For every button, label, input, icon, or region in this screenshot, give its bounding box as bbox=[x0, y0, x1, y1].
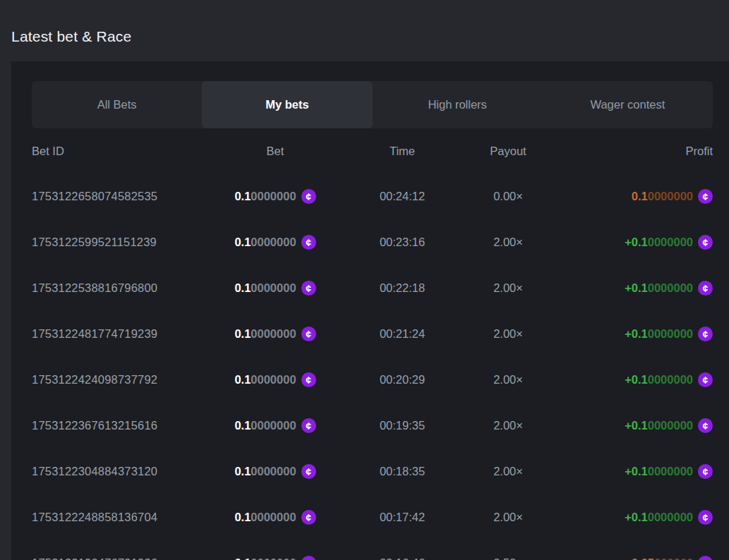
profit-significant: +0.1 bbox=[625, 236, 648, 248]
header-payout: Payout bbox=[483, 145, 533, 158]
profit-trailing-zeros: 0000000 bbox=[648, 327, 693, 340]
profit-value: +0.10000000 bbox=[625, 373, 693, 386]
profit-value: 0.10000000 bbox=[632, 190, 693, 203]
bet-amount: 0.10000000 ¢ bbox=[229, 418, 321, 433]
table-row[interactable]: 1753122304884373120 0.10000000 ¢ 00:18:3… bbox=[32, 449, 713, 494]
profit-significant: +0.1 bbox=[625, 373, 648, 386]
bet-id: 1753122424098737792 bbox=[32, 373, 229, 386]
bet-time: 00:16:46 bbox=[321, 556, 483, 560]
bet-amount-value: 0.10000000 bbox=[234, 236, 296, 249]
cent-coin-icon: ¢ bbox=[698, 510, 713, 525]
bet-amount-significant: 0.1 bbox=[234, 327, 251, 340]
cent-glyph: ¢ bbox=[306, 420, 311, 430]
bet-amount-trailing-zeros: 0000000 bbox=[251, 511, 296, 523]
bet-amount-trailing-zeros: 0000000 bbox=[251, 327, 296, 340]
cent-glyph: ¢ bbox=[703, 420, 709, 430]
bet-id: 1753122190476791936 bbox=[32, 556, 229, 560]
bet-id: 1753122248858136704 bbox=[32, 511, 229, 524]
bet-amount-trailing-zeros: 0000000 bbox=[251, 465, 296, 477]
bet-time: 00:19:35 bbox=[321, 419, 483, 432]
bet-amount-value: 0.10000000 bbox=[234, 465, 296, 478]
tab-my-bets[interactable]: My bets bbox=[202, 81, 372, 128]
tab-label: Wager contest bbox=[590, 98, 665, 111]
bet-profit: 0.05000000 ¢ bbox=[533, 556, 713, 560]
bet-amount-value: 0.10000000 bbox=[234, 419, 296, 432]
profit-trailing-zeros: 0000000 bbox=[648, 373, 693, 386]
bet-amount: 0.10000000 ¢ bbox=[229, 372, 321, 387]
cent-coin-icon: ¢ bbox=[698, 464, 713, 479]
table-row[interactable]: 1753122248858136704 0.10000000 ¢ 00:17:4… bbox=[32, 494, 713, 540]
bet-amount-significant: 0.1 bbox=[234, 556, 251, 560]
profit-value: 0.05000000 bbox=[632, 556, 693, 560]
table-row[interactable]: 1753122424098737792 0.10000000 ¢ 00:20:2… bbox=[32, 357, 713, 403]
bet-payout: 2.00× bbox=[483, 511, 533, 524]
tab-wager-contest[interactable]: Wager contest bbox=[543, 81, 713, 128]
profit-value: +0.10000000 bbox=[625, 419, 693, 432]
cent-coin-icon: ¢ bbox=[301, 418, 316, 433]
cent-glyph: ¢ bbox=[703, 283, 709, 293]
tab-all-bets[interactable]: All Bets bbox=[32, 81, 202, 128]
tab-label: My bets bbox=[265, 98, 308, 111]
bet-profit: +0.10000000 ¢ bbox=[533, 510, 713, 525]
bet-payout: 2.00× bbox=[483, 327, 533, 341]
cent-coin-icon: ¢ bbox=[301, 372, 316, 387]
cent-coin-icon: ¢ bbox=[301, 556, 316, 560]
cent-coin-icon: ¢ bbox=[301, 464, 316, 479]
bet-payout: 2.00× bbox=[483, 465, 533, 478]
bet-amount-significant: 0.1 bbox=[234, 281, 251, 294]
bet-amount-value: 0.10000000 bbox=[234, 327, 296, 341]
profit-value: +0.10000000 bbox=[625, 465, 693, 478]
bet-amount-value: 0.10000000 bbox=[234, 556, 296, 560]
profit-significant: +0.1 bbox=[625, 419, 648, 432]
table-row[interactable]: 1753122658074582535 0.10000000 ¢ 00:24:1… bbox=[32, 174, 713, 219]
latest-bet-and-race-section: Latest bet & Race All Bets My bets High … bbox=[0, 0, 729, 560]
cent-coin-icon: ¢ bbox=[698, 235, 713, 250]
bet-amount: 0.10000000 ¢ bbox=[229, 556, 321, 560]
bet-profit: +0.10000000 ¢ bbox=[533, 372, 713, 387]
profit-trailing-zeros: 0000000 bbox=[648, 190, 693, 202]
table-row[interactable]: 1753122599521151239 0.10000000 ¢ 00:23:1… bbox=[32, 219, 713, 265]
profit-significant: +0.1 bbox=[625, 511, 648, 523]
bet-id: 1753122367613215616 bbox=[32, 419, 229, 432]
header-bet: Bet bbox=[229, 145, 321, 158]
tab-high-rollers[interactable]: High rollers bbox=[373, 81, 543, 128]
table-row[interactable]: 1753122481774719239 0.10000000 ¢ 00:21:2… bbox=[32, 311, 713, 357]
bet-amount: 0.10000000 ¢ bbox=[229, 464, 321, 479]
table-header-row: Bet ID Bet Time Payout Profit bbox=[32, 128, 713, 174]
bets-table: Bet ID Bet Time Payout Profit 1753122658… bbox=[32, 128, 713, 560]
cent-coin-icon: ¢ bbox=[698, 556, 713, 560]
bet-amount-significant: 0.1 bbox=[234, 236, 251, 248]
table-row[interactable]: 1753122190476791936 0.10000000 ¢ 00:16:4… bbox=[32, 540, 713, 560]
bet-amount-value: 0.10000000 bbox=[234, 190, 296, 203]
profit-significant: 0.05 bbox=[632, 556, 654, 560]
bet-time: 00:22:18 bbox=[321, 281, 483, 295]
cent-coin-icon: ¢ bbox=[301, 510, 316, 525]
tab-label: All Bets bbox=[97, 98, 137, 111]
bet-amount-significant: 0.1 bbox=[234, 465, 251, 477]
header-profit: Profit bbox=[533, 145, 713, 158]
header-bet-id: Bet ID bbox=[32, 145, 229, 158]
cent-glyph: ¢ bbox=[703, 329, 709, 339]
bet-amount-value: 0.10000000 bbox=[234, 511, 296, 524]
cent-coin-icon: ¢ bbox=[301, 327, 316, 341]
bet-time: 00:18:35 bbox=[321, 465, 483, 478]
cent-glyph: ¢ bbox=[703, 191, 709, 201]
bet-amount-trailing-zeros: 0000000 bbox=[251, 281, 296, 294]
cent-glyph: ¢ bbox=[703, 375, 709, 384]
profit-significant: +0.1 bbox=[625, 465, 648, 477]
bet-payout: 0.00× bbox=[483, 190, 533, 203]
profit-value: +0.10000000 bbox=[625, 236, 693, 249]
table-row[interactable]: 1753122367613215616 0.10000000 ¢ 00:19:3… bbox=[32, 403, 713, 449]
bet-amount-value: 0.10000000 bbox=[234, 373, 296, 386]
table-row[interactable]: 1753122538816796800 0.10000000 ¢ 00:22:1… bbox=[32, 265, 713, 311]
bet-payout: 2.00× bbox=[483, 236, 533, 249]
bet-amount-significant: 0.1 bbox=[234, 511, 251, 523]
profit-significant: 0.1 bbox=[632, 190, 648, 202]
cent-coin-icon: ¢ bbox=[698, 418, 713, 433]
bet-amount-trailing-zeros: 0000000 bbox=[251, 190, 296, 202]
profit-trailing-zeros: 0000000 bbox=[648, 465, 693, 477]
bet-id: 1753122538816796800 bbox=[32, 281, 229, 295]
profit-trailing-zeros: 0000000 bbox=[648, 511, 693, 523]
bet-amount: 0.10000000 ¢ bbox=[229, 327, 321, 341]
cent-coin-icon: ¢ bbox=[698, 281, 713, 296]
